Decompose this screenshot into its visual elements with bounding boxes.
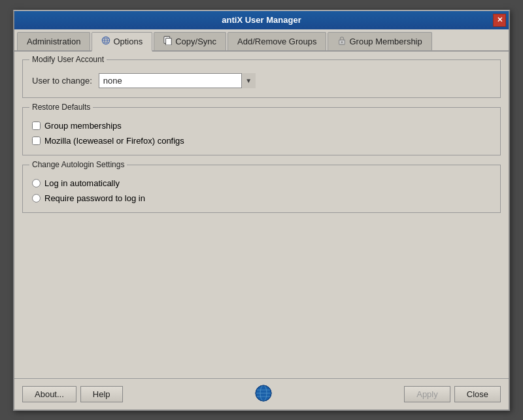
user-to-change-row: User to change: none ▼ — [32, 73, 491, 88]
main-window: antiX User Manager ✕ Administration Opti… — [13, 10, 510, 411]
svg-point-8 — [341, 41, 343, 43]
tab-copy-sync[interactable]: Copy/Sync — [154, 32, 226, 50]
bottom-bar: About... Help Apply Close — [14, 378, 509, 410]
options-icon — [101, 36, 110, 47]
autologin-section-label: Change Autologin Settings — [29, 160, 127, 169]
group-memberships-checkbox[interactable] — [32, 121, 41, 130]
user-select[interactable]: none — [99, 73, 256, 88]
mozilla-configs-row: Mozilla (Iceweasel or Firefox) configs — [32, 136, 491, 146]
bottom-left-buttons: About... Help — [22, 386, 123, 402]
help-button[interactable]: Help — [80, 386, 123, 402]
restore-defaults-label: Restore Defaults — [29, 103, 93, 112]
mozilla-configs-checkbox[interactable] — [32, 137, 41, 145]
require-password-row: Require password to log in — [32, 193, 491, 203]
user-to-change-label: User to change: — [32, 76, 92, 86]
require-password-radio[interactable] — [32, 194, 41, 202]
bottom-right-buttons: Apply Close — [404, 386, 501, 402]
modify-user-account-section: Modify User Account User to change: none… — [22, 59, 501, 98]
restore-defaults-section: Restore Defaults Group memberships Mozil… — [22, 107, 501, 155]
log-in-auto-label: Log in automatically — [44, 178, 120, 188]
titlebar: antiX User Manager ✕ — [14, 11, 509, 29]
log-in-auto-row: Log in automatically — [32, 178, 491, 188]
window-close-button[interactable]: ✕ — [493, 14, 506, 27]
group-memberships-row: Group memberships — [32, 121, 491, 131]
tab-options[interactable]: Options — [92, 32, 152, 52]
tab-group-membership-label: Group Membership — [349, 37, 422, 46]
copy-sync-icon — [163, 36, 173, 47]
close-button[interactable]: Close — [454, 386, 501, 402]
user-select-wrapper: none ▼ — [99, 73, 256, 88]
tab-group-membership[interactable]: Group Membership — [328, 32, 431, 50]
modify-user-account-label: Modify User Account — [29, 55, 107, 64]
mozilla-configs-label: Mozilla (Iceweasel or Firefox) configs — [44, 136, 184, 146]
require-password-label: Require password to log in — [44, 193, 145, 203]
tab-add-remove-groups-label: Add/Remove Groups — [237, 37, 316, 46]
tab-administration-label: Administration — [27, 37, 80, 46]
about-button[interactable]: About... — [22, 386, 76, 402]
tab-add-remove-groups[interactable]: Add/Remove Groups — [228, 32, 326, 50]
globe-logo — [254, 384, 273, 404]
svg-rect-6 — [166, 38, 172, 45]
tab-administration[interactable]: Administration — [17, 32, 90, 50]
window-title: antiX User Manager — [20, 15, 503, 25]
tab-options-label: Options — [113, 37, 143, 46]
autologin-section: Change Autologin Settings Log in automat… — [22, 165, 501, 213]
content-area: Modify User Account User to change: none… — [14, 52, 509, 378]
lock-icon — [337, 36, 346, 47]
log-in-auto-radio[interactable] — [32, 179, 41, 187]
tab-copy-sync-label: Copy/Sync — [175, 37, 216, 46]
tab-bar: Administration Options Copy — [14, 29, 509, 52]
apply-button[interactable]: Apply — [404, 386, 450, 402]
group-memberships-label: Group memberships — [44, 121, 122, 131]
